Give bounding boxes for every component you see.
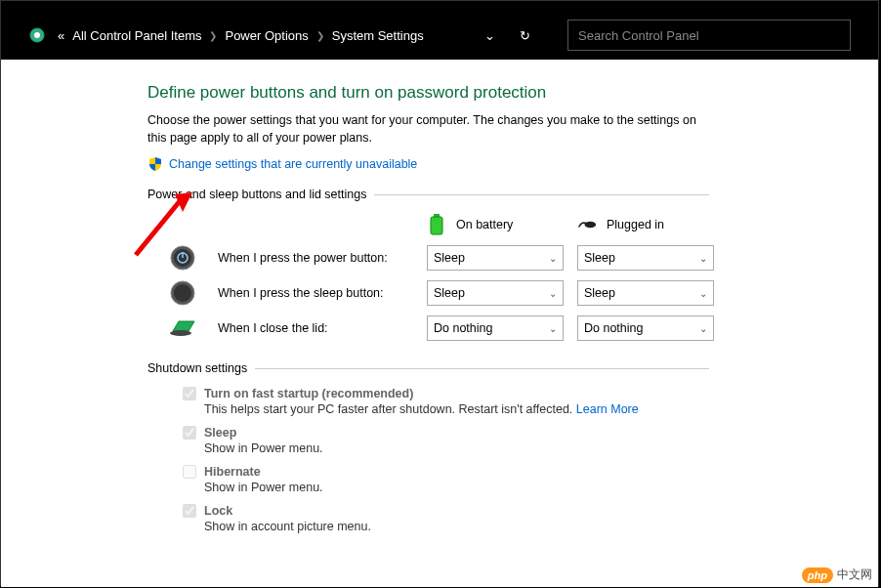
breadcrumb: « All Control Panel Items ❯ Power Option… xyxy=(58,28,424,43)
page-description: Choose the power settings that you want … xyxy=(147,112,704,147)
change-settings-row: Change settings that are currently unava… xyxy=(147,156,878,172)
fast-startup-item: Turn on fast startup (recommended) This … xyxy=(183,387,878,416)
refresh-icon[interactable]: ↻ xyxy=(513,28,536,43)
control-panel-icon xyxy=(28,26,46,44)
power-settings-table: On battery Plugged in When I press the p… xyxy=(169,213,878,342)
lid-icon xyxy=(169,315,196,342)
shutdown-settings-list: Turn on fast startup (recommended) This … xyxy=(183,387,878,533)
lid-battery-dropdown[interactable]: Do nothing⌄ xyxy=(427,315,564,341)
svg-rect-5 xyxy=(431,217,442,234)
power-button-label: When I press the power button: xyxy=(218,251,413,265)
hibernate-checkbox xyxy=(183,465,196,479)
sleep-sub: Show in Power menu. xyxy=(204,441,878,455)
hibernate-sub: Show in Power menu. xyxy=(204,481,878,494)
lock-checkbox xyxy=(183,504,196,518)
column-header-battery: On battery xyxy=(427,213,564,236)
address-bar: « All Control Panel Items ❯ Power Option… xyxy=(1,11,878,60)
learn-more-link[interactable]: Learn More xyxy=(576,402,639,416)
chevron-down-icon: ⌄ xyxy=(549,323,557,334)
breadcrumb-item-all[interactable]: All Control Panel Items xyxy=(72,28,201,43)
breadcrumb-item-system[interactable]: System Settings xyxy=(332,28,424,43)
breadcrumb-item-power[interactable]: Power Options xyxy=(225,28,308,43)
buttons-section-header: Power and sleep buttons and lid settings xyxy=(147,188,709,201)
power-battery-dropdown[interactable]: Sleep⌄ xyxy=(427,245,564,271)
chevron-down-icon: ⌄ xyxy=(699,253,707,264)
uac-shield-icon xyxy=(147,156,163,172)
svg-point-12 xyxy=(174,284,191,302)
chevron-right-icon: ❯ xyxy=(316,30,324,41)
fast-startup-sub: This helps start your PC faster after sh… xyxy=(204,402,878,416)
sleep-battery-dropdown[interactable]: Sleep⌄ xyxy=(427,280,564,306)
watermark-text: 中文网 xyxy=(837,567,872,583)
svg-point-1 xyxy=(34,32,40,38)
sleep-plugged-dropdown[interactable]: Sleep⌄ xyxy=(577,280,714,306)
page-title: Define power buttons and turn on passwor… xyxy=(147,83,878,103)
chevron-down-icon: ⌄ xyxy=(699,288,707,299)
lock-item: Lock Show in account picture menu. xyxy=(183,504,878,533)
sleep-title: Sleep xyxy=(204,426,236,440)
titlebar xyxy=(1,1,878,11)
lid-label: When I close the lid: xyxy=(218,321,413,335)
watermark-badge: php xyxy=(802,567,833,583)
sleep-button-label: When I press the sleep button: xyxy=(218,286,413,300)
power-plugged-dropdown[interactable]: Sleep⌄ xyxy=(577,245,714,271)
shutdown-section-header: Shutdown settings xyxy=(147,361,709,375)
plug-icon xyxy=(577,213,597,236)
search-input[interactable] xyxy=(567,20,851,51)
hibernate-item: Hibernate Show in Power menu. xyxy=(183,465,878,494)
hibernate-title: Hibernate xyxy=(204,465,261,479)
content-area: Define power buttons and turn on passwor… xyxy=(1,60,878,587)
breadcrumb-prefix: « xyxy=(58,28,64,43)
column-header-plugged: Plugged in xyxy=(577,213,714,236)
lock-title: Lock xyxy=(204,504,232,518)
lid-plugged-dropdown[interactable]: Do nothing⌄ xyxy=(577,315,714,341)
chevron-down-icon: ⌄ xyxy=(699,323,707,334)
window-frame: « All Control Panel Items ❯ Power Option… xyxy=(0,0,879,586)
history-dropdown-icon[interactable]: ⌄ xyxy=(478,28,501,43)
sleep-button-icon xyxy=(169,279,196,307)
fast-startup-title: Turn on fast startup (recommended) xyxy=(204,387,413,400)
svg-point-13 xyxy=(170,330,191,336)
power-button-icon xyxy=(169,244,196,272)
chevron-down-icon: ⌄ xyxy=(549,253,557,264)
chevron-right-icon: ❯ xyxy=(209,30,217,41)
chevron-down-icon: ⌄ xyxy=(549,288,557,299)
sleep-item: Sleep Show in Power menu. xyxy=(183,426,878,455)
sleep-checkbox xyxy=(183,426,196,440)
svg-point-6 xyxy=(585,222,597,229)
change-settings-link[interactable]: Change settings that are currently unava… xyxy=(169,157,417,171)
watermark: php 中文网 xyxy=(802,567,872,583)
lock-sub: Show in account picture menu. xyxy=(204,520,878,533)
fast-startup-checkbox xyxy=(183,387,196,400)
battery-icon xyxy=(427,213,446,236)
